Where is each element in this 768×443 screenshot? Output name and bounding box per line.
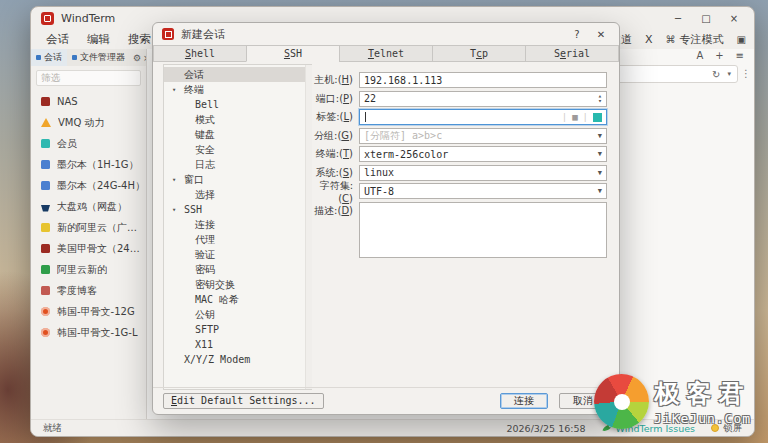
session-item[interactable]: 墨尔本（24G-4H） xyxy=(31,175,146,196)
edit-default-settings-button[interactable]: Edit Default Settings... xyxy=(163,393,324,409)
chevron-down-icon[interactable]: ▾ xyxy=(727,70,731,78)
tree-item[interactable]: 连接 xyxy=(164,217,311,232)
tree-item[interactable]: 日志 xyxy=(164,157,311,172)
focus-mode-button[interactable]: ⌘ 专注模式 xyxy=(666,32,724,47)
session-item[interactable]: 墨尔本（1H-1G） xyxy=(31,154,146,175)
combo-G[interactable]: [分隔符] a>b>c▼ xyxy=(359,128,607,144)
font-button[interactable]: A xyxy=(696,50,703,61)
field-value: UTF-8 xyxy=(364,186,394,197)
description-textarea[interactable] xyxy=(359,202,607,258)
watermark: 极客君 JiKeJun.Com xyxy=(594,374,751,429)
session-square-icon xyxy=(41,223,50,232)
session-triangle-icon xyxy=(41,118,51,127)
tree-item[interactable]: 安全 xyxy=(164,142,311,157)
session-square-icon xyxy=(41,160,50,169)
tree-item[interactable]: 密钥交换 xyxy=(164,277,311,292)
dropdown-arrow-icon[interactable]: ▼ xyxy=(598,150,602,158)
session-item[interactable]: 大盘鸡（网盘） xyxy=(31,196,146,217)
help-button[interactable]: ? xyxy=(565,29,589,40)
port-input[interactable]: 22▴▾ xyxy=(359,91,607,107)
tree-label: Bell xyxy=(195,99,219,110)
tree-item[interactable]: SFTP xyxy=(164,322,311,337)
label-input[interactable]: |▦| xyxy=(359,109,607,125)
tab-sessions[interactable]: 会话 xyxy=(31,49,67,66)
combo-T[interactable]: xterm-256color▼ xyxy=(359,146,607,162)
tree-item[interactable]: 密码 xyxy=(164,262,311,277)
session-item[interactable]: 新的阿里云（广州） xyxy=(31,217,146,238)
tree-label: 终端 xyxy=(184,83,204,97)
refresh-icon[interactable]: ↻ xyxy=(712,69,720,80)
dialog-tab-ssh[interactable]: SSH xyxy=(246,45,339,62)
tree-item[interactable]: X11 xyxy=(164,337,311,352)
tree-item[interactable]: ▾终端 xyxy=(164,82,311,97)
new-tab-button[interactable]: + xyxy=(715,50,723,61)
session-label: NAS xyxy=(57,96,78,107)
session-item[interactable]: 韩国-甲骨文-1G-L xyxy=(31,322,146,343)
dialog-tab-shell[interactable]: Shell xyxy=(153,45,246,62)
connect-button[interactable]: 连接 xyxy=(500,393,548,409)
menu-item-1[interactable]: 编辑 xyxy=(78,32,119,47)
tree-item[interactable]: MAC 哈希 xyxy=(164,292,311,307)
tree-item[interactable]: 模式 xyxy=(164,112,311,127)
spin-down-icon[interactable]: ▾ xyxy=(598,99,602,104)
tree-item[interactable]: 公钥 xyxy=(164,307,311,322)
session-item[interactable]: 韩国-甲骨文-12G xyxy=(31,301,146,322)
random-color-icon[interactable]: ▦ xyxy=(572,112,577,122)
tree-item[interactable]: ▾SSH xyxy=(164,202,311,217)
tree-item[interactable]: 选择 xyxy=(164,187,311,202)
minimize-button[interactable]: ─ xyxy=(664,8,692,28)
more-options-icon[interactable]: ⋮ xyxy=(741,68,751,79)
separator: | xyxy=(562,112,567,122)
gear-icon[interactable]: ⚙ xyxy=(133,53,141,63)
combo-S[interactable]: linux▼ xyxy=(359,165,607,181)
status-datetime: 2026/3/25 16:58 xyxy=(506,423,585,434)
field-label: 字符集:(C) xyxy=(307,179,353,204)
session-item[interactable]: 美国甲骨文（24G-4H） xyxy=(31,238,146,259)
menu-item-0[interactable]: 会话 xyxy=(37,32,78,47)
dropdown-arrow-icon[interactable]: ▼ xyxy=(598,132,602,140)
dialog-close-button[interactable]: ✕ xyxy=(589,29,613,40)
session-item[interactable]: 会员 xyxy=(31,133,146,154)
tab-list-button[interactable]: ≡ xyxy=(736,50,744,61)
dialog-tab-tcp[interactable]: Tcp xyxy=(432,45,525,62)
new-session-dialog: 新建会话 ? ✕ ShellSSHTelnetTcpSerial 会话▾终端Be… xyxy=(152,22,620,415)
dropdown-arrow-icon[interactable]: ▼ xyxy=(598,187,602,195)
close-button[interactable]: × xyxy=(720,8,748,28)
host-input[interactable]: 192.168.1.113 xyxy=(359,72,607,88)
tree-item[interactable]: ▾窗口 xyxy=(164,172,311,187)
field-label: 端口:(P) xyxy=(307,92,353,106)
session-label: 新的阿里云（广州） xyxy=(57,221,146,235)
color-swatch[interactable] xyxy=(593,113,602,122)
maximize-button[interactable]: □ xyxy=(692,8,720,28)
session-item[interactable]: VMQ 动力 xyxy=(31,112,146,133)
tree-expander-icon: ▾ xyxy=(172,86,184,94)
session-circle-icon xyxy=(41,328,50,337)
tree-item[interactable]: Bell xyxy=(164,97,311,112)
dialog-tab-serial[interactable]: Serial xyxy=(525,45,619,62)
filter-input[interactable]: 筛选 xyxy=(36,70,141,86)
dialog-tab-telnet[interactable]: Telnet xyxy=(339,45,432,62)
session-label: 零度博客 xyxy=(57,284,97,298)
field-value: [分隔符] a>b>c xyxy=(364,129,442,143)
dropdown-arrow-icon[interactable]: ▼ xyxy=(598,169,602,177)
x-label: X xyxy=(645,33,653,46)
x-button[interactable]: X xyxy=(645,33,653,46)
tree-item[interactable]: 验证 xyxy=(164,247,311,262)
tree-item[interactable]: 会话 xyxy=(164,67,311,82)
dialog-titlebar: 新建会话 ? ✕ xyxy=(153,23,619,45)
footer-divider xyxy=(153,387,619,388)
session-square-icon xyxy=(41,244,50,253)
tree-item[interactable]: 代理 xyxy=(164,232,311,247)
session-item[interactable]: NAS xyxy=(31,91,146,112)
tree-item[interactable]: X/Y/Z Modem xyxy=(164,352,311,367)
session-circle-icon xyxy=(41,307,50,316)
spinner-buttons[interactable]: ▴▾ xyxy=(594,94,602,103)
session-item[interactable]: 零度博客 xyxy=(31,280,146,301)
combo-C[interactable]: UTF-8▼ xyxy=(359,183,607,199)
layout-button[interactable]: ▣ xyxy=(737,34,746,45)
sidebar-tabs: 会话 文件管理器 ⚙ × xyxy=(31,49,146,66)
session-item[interactable]: 阿里云新的 xyxy=(31,259,146,280)
tree-item[interactable]: 键盘 xyxy=(164,127,311,142)
tab-file-manager[interactable]: 文件管理器 xyxy=(67,49,130,66)
session-list: NASVMQ 动力会员墨尔本（1H-1G）墨尔本（24G-4H）大盘鸡（网盘）新… xyxy=(31,89,146,419)
